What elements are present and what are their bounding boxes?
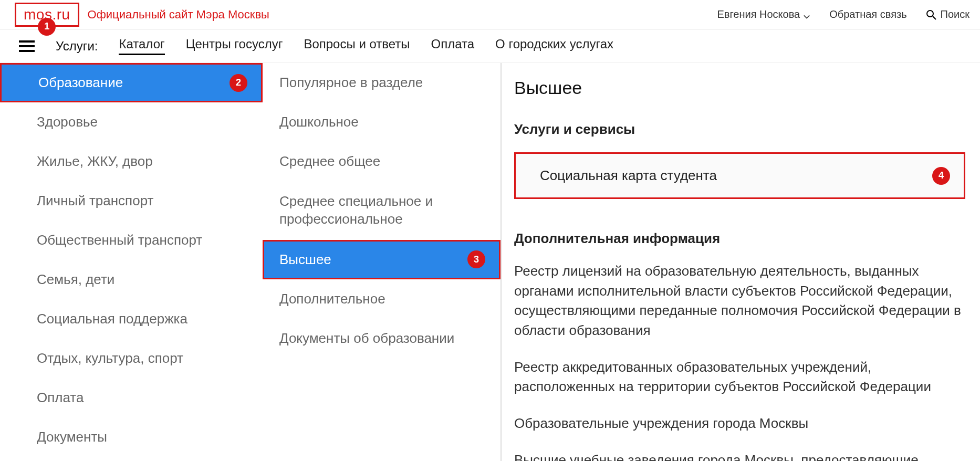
subcategory-item[interactable]: Дополнительное	[263, 279, 501, 319]
additional-info-text: Реестр лицензий на образовательную деяте…	[514, 261, 965, 461]
subcategory-column: Популярное в разделе Дошкольное Среднее …	[263, 63, 502, 461]
category-label: Образование	[38, 75, 123, 90]
header-right: Евгения Носкова Обратная связь Поиск	[717, 8, 969, 20]
category-item[interactable]: Оплата	[0, 378, 263, 417]
logo-text: mos.ru	[24, 6, 70, 23]
service-card-student-social-card[interactable]: Социальная карта студента 4	[514, 152, 965, 199]
logo[interactable]: mos.ru 1	[15, 3, 79, 27]
search-link[interactable]: Поиск	[926, 8, 969, 20]
services-label: Услуги:	[56, 39, 98, 54]
category-column: Образование 2 Здоровье Жилье, ЖКУ, двор …	[0, 63, 263, 461]
user-name: Евгения Носкова	[717, 8, 800, 20]
subcategory-item[interactable]: Дошкольное	[263, 102, 501, 142]
category-item-education[interactable]: Образование 2	[0, 63, 263, 102]
additional-info-title: Дополнительная информация	[514, 230, 965, 247]
page-title: Высшее	[514, 78, 965, 98]
site-header: mos.ru 1 Официальный сайт Мэра Москвы Ев…	[0, 0, 980, 29]
user-menu[interactable]: Евгения Носкова	[717, 8, 810, 20]
search-label: Поиск	[941, 8, 969, 20]
annotation-2: 2	[230, 74, 247, 92]
category-item[interactable]: Личный транспорт	[0, 181, 263, 221]
main-content: Образование 2 Здоровье Жилье, ЖКУ, двор …	[0, 63, 980, 461]
additional-info-item[interactable]: Реестр лицензий на образовательную деяте…	[514, 261, 965, 341]
subcategory-item-higher[interactable]: Высшее 3	[263, 240, 501, 279]
chevron-down-icon	[803, 11, 810, 18]
feedback-link[interactable]: Обратная связь	[829, 8, 906, 20]
annotation-3: 3	[467, 250, 485, 268]
search-icon	[926, 9, 936, 20]
category-item[interactable]: Отдых, культура, спорт	[0, 339, 263, 378]
subcategory-item[interactable]: Среднее общее	[263, 142, 501, 181]
svg-line-1	[933, 16, 936, 19]
service-card-label: Социальная карта студента	[540, 167, 717, 183]
category-item[interactable]: Документы	[0, 417, 263, 457]
nav-item-catalog[interactable]: Каталог	[119, 37, 164, 55]
svg-point-0	[927, 11, 933, 17]
services-section-title: Услуги и сервисы	[514, 121, 965, 138]
subcategory-item[interactable]: Популярное в разделе	[263, 63, 501, 102]
nav-item-payment[interactable]: Оплата	[431, 37, 475, 55]
additional-info-item[interactable]: Реестр аккредитованных образовательных у…	[514, 358, 965, 397]
additional-info-item[interactable]: Образовательные учреждения города Москвы	[514, 414, 965, 434]
subcategory-item[interactable]: Среднее специальное и профессиональное	[263, 181, 501, 240]
category-item[interactable]: Общественный транспорт	[0, 221, 263, 260]
category-item[interactable]: Здоровье	[0, 102, 263, 142]
category-item[interactable]: Семья, дети	[0, 260, 263, 299]
additional-info-item-cut[interactable]: Высшие учебные заведения города Москвы, …	[514, 450, 965, 461]
subcategory-label: Высшее	[279, 252, 331, 267]
category-item[interactable]: Жилье, ЖКУ, двор	[0, 142, 263, 181]
site-slogan: Официальный сайт Мэра Москвы	[88, 8, 269, 22]
nav-item-centers[interactable]: Центры госуслуг	[186, 37, 283, 55]
annotation-4: 4	[932, 167, 950, 185]
nav-item-faq[interactable]: Вопросы и ответы	[304, 37, 410, 55]
subcategory-item[interactable]: Документы об образовании	[263, 319, 501, 358]
category-item[interactable]: Социальная поддержка	[0, 299, 263, 339]
nav-row: Услуги: Каталог Центры госуслуг Вопросы …	[0, 29, 980, 63]
content-column: Высшее Услуги и сервисы Социальная карта…	[502, 63, 980, 461]
hamburger-icon[interactable]	[19, 40, 35, 52]
nav-item-about[interactable]: О городских услугах	[495, 37, 613, 55]
